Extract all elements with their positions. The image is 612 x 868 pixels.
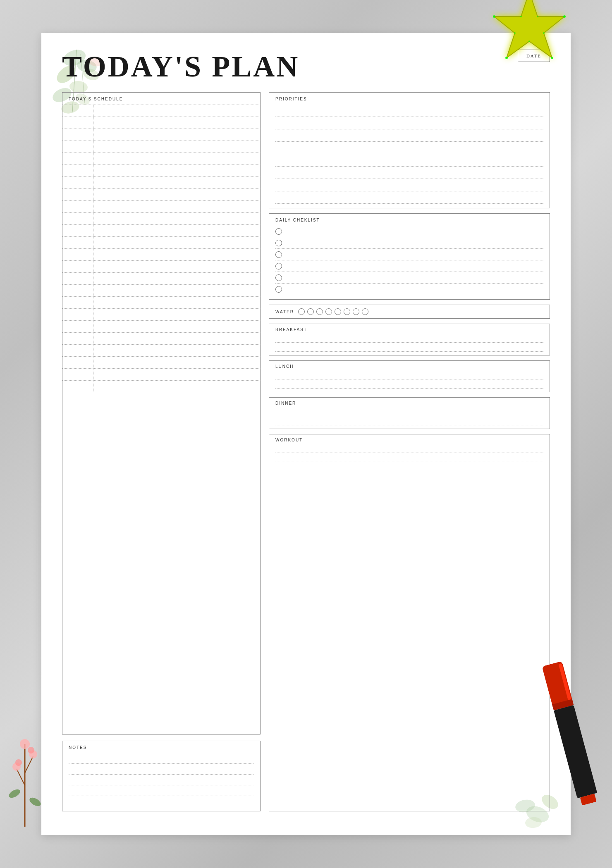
schedule-row[interactable] xyxy=(62,272,260,284)
checklist-circle[interactable] xyxy=(275,240,282,246)
priority-line[interactable] xyxy=(275,154,543,167)
workout-line[interactable] xyxy=(275,444,543,453)
water-circle-6[interactable] xyxy=(344,308,350,315)
water-circle-2[interactable] xyxy=(307,308,314,315)
workout-label: WORKOUT xyxy=(275,438,543,442)
schedule-row[interactable] xyxy=(62,260,260,272)
lunch-section: LUNCH xyxy=(269,360,550,392)
schedule-row[interactable] xyxy=(62,248,260,260)
priorities-section: PRIORITIES xyxy=(269,92,550,208)
planner-content: DATE TODAY'S PLAN TODAY'S SCHEDULE xyxy=(41,33,571,835)
schedule-row[interactable] xyxy=(62,165,260,176)
schedule-row[interactable] xyxy=(62,236,260,248)
flower-decoration xyxy=(8,703,41,827)
right-column: PRIORITIES DAILY CHEKLIST xyxy=(269,92,550,811)
water-label: WATER xyxy=(275,310,294,314)
schedule-row[interactable] xyxy=(62,284,260,296)
checklist-item[interactable] xyxy=(275,237,543,249)
lunch-line[interactable] xyxy=(275,379,543,389)
svg-point-25 xyxy=(28,796,41,808)
schedule-rows xyxy=(62,105,260,392)
svg-point-22 xyxy=(28,747,34,754)
svg-line-17 xyxy=(17,769,25,785)
svg-point-24 xyxy=(8,788,22,800)
dinner-line[interactable] xyxy=(275,416,543,425)
checklist-circle[interactable] xyxy=(275,263,282,269)
schedule-row[interactable] xyxy=(62,344,260,356)
priority-line[interactable] xyxy=(275,142,543,154)
schedule-row[interactable] xyxy=(62,308,260,320)
schedule-row[interactable] xyxy=(62,153,260,165)
schedule-row[interactable] xyxy=(62,200,260,212)
svg-point-10 xyxy=(520,16,522,17)
priority-line[interactable] xyxy=(275,117,543,129)
checklist-circle[interactable] xyxy=(275,286,282,293)
priority-line[interactable] xyxy=(275,179,543,191)
water-circle-8[interactable] xyxy=(362,308,368,315)
schedule-row[interactable] xyxy=(62,296,260,308)
checklist-circle[interactable] xyxy=(275,251,282,258)
plant-icon xyxy=(8,703,41,827)
schedule-row[interactable] xyxy=(62,188,260,200)
breakfast-line[interactable] xyxy=(275,343,543,352)
checklist-item[interactable] xyxy=(275,284,543,295)
workout-line[interactable] xyxy=(275,453,543,462)
svg-point-9 xyxy=(493,15,495,18)
page-title: TODAY'S PLAN xyxy=(62,50,550,84)
checklist-items xyxy=(275,226,543,295)
schedule-row[interactable] xyxy=(62,332,260,344)
priority-line[interactable] xyxy=(275,191,543,204)
notes-line[interactable] xyxy=(69,785,254,796)
checklist-circle[interactable] xyxy=(275,274,282,281)
star-icon xyxy=(488,0,571,70)
water-circle-4[interactable] xyxy=(325,308,332,315)
priority-line[interactable] xyxy=(275,167,543,179)
priority-line[interactable] xyxy=(275,129,543,142)
notes-line[interactable] xyxy=(69,775,254,785)
checklist-item[interactable] xyxy=(275,249,543,260)
breakfast-section: BREAKFAST xyxy=(269,324,550,355)
svg-point-8 xyxy=(514,32,516,34)
water-circle-5[interactable] xyxy=(335,308,341,315)
schedule-row[interactable] xyxy=(62,129,260,141)
schedule-row[interactable] xyxy=(62,368,260,380)
schedule-row[interactable] xyxy=(62,212,260,224)
notes-section: NOTES xyxy=(62,741,261,811)
schedule-row[interactable] xyxy=(62,224,260,236)
dinner-line[interactable] xyxy=(275,407,543,416)
planner-page: DATE TODAY'S PLAN TODAY'S SCHEDULE xyxy=(41,33,571,835)
schedule-row[interactable] xyxy=(62,380,260,392)
lunch-lines xyxy=(275,370,543,389)
breakfast-line[interactable] xyxy=(275,334,543,343)
svg-line-18 xyxy=(25,756,33,773)
lunch-line[interactable] xyxy=(275,370,543,379)
main-layout: TODAY'S SCHEDULE xyxy=(62,92,550,811)
svg-point-2 xyxy=(537,16,538,17)
checklist-item[interactable] xyxy=(275,260,543,272)
priority-lines xyxy=(275,105,543,204)
schedule-row[interactable] xyxy=(62,320,260,332)
breakfast-lines xyxy=(275,334,543,352)
notes-line[interactable] xyxy=(69,764,254,775)
water-circle-3[interactable] xyxy=(316,308,323,315)
checklist-circle[interactable] xyxy=(275,228,282,235)
lunch-label: LUNCH xyxy=(275,364,543,369)
schedule-row[interactable] xyxy=(62,105,260,117)
schedule-row[interactable] xyxy=(62,356,260,368)
notes-lines xyxy=(69,753,254,807)
priority-line[interactable] xyxy=(275,105,543,117)
svg-point-7 xyxy=(505,57,508,59)
priorities-label: PRIORITIES xyxy=(275,97,543,101)
checklist-section: DAILY CHEKLIST xyxy=(269,213,550,300)
checklist-label: DAILY CHEKLIST xyxy=(275,218,543,222)
water-circle-7[interactable] xyxy=(353,308,359,315)
water-circle-1[interactable] xyxy=(298,308,305,315)
schedule-row[interactable] xyxy=(62,117,260,129)
checklist-item[interactable] xyxy=(275,226,543,237)
notes-line[interactable] xyxy=(69,753,254,764)
schedule-row[interactable] xyxy=(62,176,260,188)
checklist-item[interactable] xyxy=(275,272,543,284)
schedule-row[interactable] xyxy=(62,141,260,153)
notes-label: NOTES xyxy=(69,745,254,750)
notes-line[interactable] xyxy=(69,796,254,807)
